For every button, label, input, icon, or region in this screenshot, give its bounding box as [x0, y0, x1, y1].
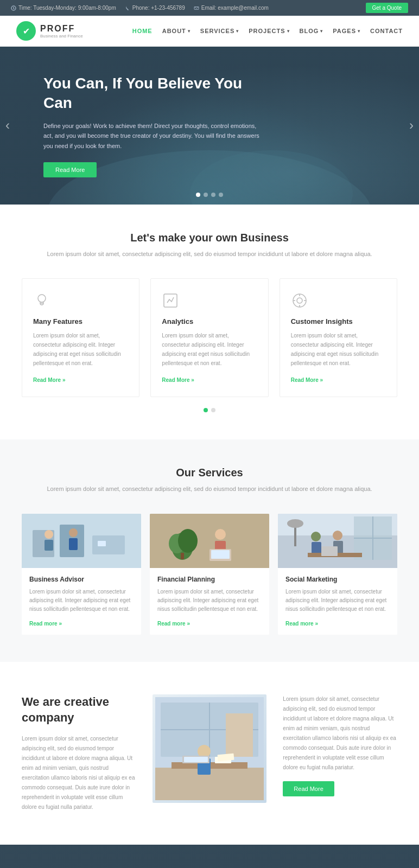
- svg-rect-15: [92, 535, 125, 554]
- features-carousel-dots: [22, 408, 397, 412]
- creative-right: Lorem ipsum dolor sit amet, consectetur …: [283, 694, 397, 796]
- nav-home[interactable]: HOME: [132, 28, 153, 34]
- feature-card-2: Analytics Lorem ipsum dolor sit amet, co…: [150, 278, 268, 397]
- logo: ✔ PROFF Business and Finance: [16, 21, 83, 41]
- clock-icon: [11, 5, 16, 11]
- service-img-svg-2: [150, 514, 269, 568]
- features-title: Let's make your own Business: [22, 232, 397, 244]
- service-card-3: Social Marketing Lorem ipsum dolor sit a…: [278, 514, 397, 635]
- phone-icon: [125, 5, 130, 11]
- hero-title: You Can, If You Believe You Can: [43, 74, 261, 113]
- analytics-icon: [162, 292, 179, 309]
- creative-left-text: Lorem ipsum dolor sit amet, consectetur …: [22, 734, 136, 812]
- hero-dot-4[interactable]: [219, 193, 223, 197]
- nav-links: HOME ABOUT ▾ SERVICES ▾ PROJECTS ▾ BLOG …: [132, 28, 403, 34]
- svg-rect-14: [69, 538, 78, 550]
- email-icon: [194, 5, 199, 11]
- service-3-title: Social Marketing: [285, 576, 390, 583]
- nav-projects[interactable]: PROJECTS ▾: [249, 28, 289, 34]
- services-section: Our Services Lorem ipsum dolor sit amet,…: [0, 439, 419, 662]
- svg-rect-51: [184, 757, 208, 762]
- hero-prev-arrow[interactable]: ‹: [5, 118, 10, 133]
- nav-services[interactable]: SERVICES ▾: [200, 28, 239, 34]
- hero-dot-2[interactable]: [204, 193, 208, 197]
- creative-section: We are creative company Lorem ipsum dolo…: [0, 662, 419, 845]
- feature-2-title: Analytics: [162, 317, 257, 326]
- feature-2-text: Lorem ipsum dolor sit amet, consectetur …: [162, 331, 257, 368]
- creative-read-more-button[interactable]: Read More: [283, 781, 334, 796]
- feature-card-1: Many Features Lorem ipsum dolor sit amet…: [22, 278, 139, 397]
- feature-3-title: Customer Insights: [291, 317, 386, 326]
- service-1-read-more[interactable]: Read more »: [29, 621, 62, 627]
- hero-subtitle: Define your goals! Work to achieve them!…: [43, 121, 261, 151]
- logo-text: PROFF Business and Finance: [40, 24, 83, 39]
- hero-dots: [196, 193, 223, 197]
- service-card-2: Financial Planning Lorem ipsum dolor sit…: [150, 514, 269, 635]
- service-2-title: Financial Planning: [157, 576, 262, 583]
- feature-2-read-more[interactable]: Read More »: [162, 377, 194, 383]
- service-img-svg-1: [22, 514, 141, 568]
- feature-1-read-more[interactable]: Read More »: [33, 377, 65, 383]
- hero-section: You Can, If You Believe You Can Define y…: [0, 47, 419, 205]
- nav-about[interactable]: ABOUT ▾: [162, 28, 191, 34]
- logo-icon: ✔: [16, 21, 36, 41]
- services-subtitle: Lorem ipsum dolor sit amet, consectetur …: [22, 484, 397, 494]
- service-1-title: Business Advisor: [29, 576, 134, 583]
- service-img-1: [22, 514, 141, 568]
- feature-card-3: Customer Insights Lorem ipsum dolor sit …: [280, 278, 397, 397]
- hero-content: You Can, If You Believe You Can Define y…: [43, 74, 261, 177]
- nav-contact[interactable]: CONTACT: [370, 28, 403, 34]
- feature-1-text: Lorem ipsum dolor sit amet, consectetur …: [33, 331, 128, 368]
- svg-rect-12: [45, 540, 53, 551]
- nav-blog[interactable]: BLOG ▾: [300, 28, 323, 34]
- service-2-read-more[interactable]: Read more »: [157, 621, 190, 627]
- service-3-body: Social Marketing Lorem ipsum dolor sit a…: [278, 568, 397, 635]
- features-subtitle: Lorem ipsum dolor sit amet, consectetur …: [22, 250, 397, 259]
- fdot-1[interactable]: [204, 408, 208, 412]
- svg-rect-26: [211, 550, 230, 559]
- features-grid: Many Features Lorem ipsum dolor sit amet…: [22, 278, 397, 397]
- service-1-text: Lorem ipsum dolor sit amet, consectetur …: [29, 588, 134, 614]
- lightbulb-icon: [33, 292, 50, 309]
- feature-3-read-more[interactable]: Read More »: [291, 377, 323, 383]
- navbar: ✔ PROFF Business and Finance HOME ABOUT …: [0, 16, 419, 47]
- topbar: Time: Tuesday-Monday: 9:00am-8:00pm Phon…: [0, 0, 419, 16]
- svg-rect-16: [98, 541, 106, 546]
- svg-point-33: [287, 519, 303, 528]
- service-img-3: [278, 514, 397, 568]
- topbar-email: Email: example@email.com: [194, 5, 269, 11]
- svg-point-4: [38, 295, 46, 302]
- hero-next-arrow[interactable]: ›: [409, 118, 414, 133]
- insights-icon: [291, 292, 308, 309]
- service-2-text: Lorem ipsum dolor sit amet, consectetur …: [157, 588, 262, 614]
- svg-rect-39: [321, 546, 338, 556]
- svg-point-34: [311, 532, 321, 541]
- get-quote-button[interactable]: Get a Quote: [366, 3, 408, 13]
- svg-point-7: [297, 298, 302, 303]
- service-1-body: Business Advisor Lorem ipsum dolor sit a…: [22, 568, 141, 635]
- svg-rect-47: [226, 713, 253, 757]
- hero-cta-button[interactable]: Read More: [43, 162, 97, 177]
- features-section: Let's make your own Business Lorem ipsum…: [0, 205, 419, 440]
- topbar-time: Time: Tuesday-Monday: 9:00am-8:00pm: [11, 5, 116, 11]
- hero-dot-1[interactable]: [196, 193, 200, 197]
- feature-1-title: Many Features: [33, 317, 128, 326]
- hero-dot-3[interactable]: [211, 193, 215, 197]
- creative-heading: We are creative company: [22, 694, 136, 725]
- creative-left: We are creative company Lorem ipsum dolo…: [22, 694, 136, 812]
- svg-point-23: [215, 529, 226, 540]
- svg-point-13: [69, 528, 78, 537]
- services-title: Our Services: [22, 467, 397, 479]
- svg-point-21: [178, 529, 198, 553]
- topbar-phone: Phone: +1-23-456789: [125, 5, 185, 11]
- services-grid: Business Advisor Lorem ipsum dolor sit a…: [22, 514, 397, 635]
- stats-section: 1200 Hours Of Work 500 Complete Project …: [0, 845, 419, 868]
- nav-pages[interactable]: PAGES ▾: [333, 28, 360, 34]
- creative-office-svg: [155, 697, 264, 800]
- fdot-2[interactable]: [211, 408, 215, 412]
- svg-point-36: [333, 531, 342, 540]
- service-3-read-more[interactable]: Read more »: [285, 621, 318, 627]
- creative-center: [153, 694, 267, 803]
- topbar-info: Time: Tuesday-Monday: 9:00am-8:00pm Phon…: [11, 5, 269, 11]
- svg-rect-22: [181, 553, 184, 559]
